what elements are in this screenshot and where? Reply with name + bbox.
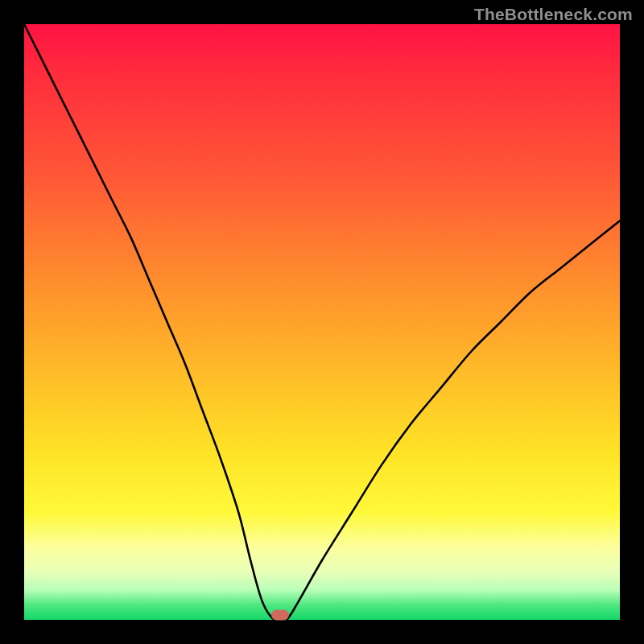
chart-frame: TheBottleneck.com: [0, 0, 644, 644]
bottleneck-curve-path: [24, 24, 620, 622]
curve-svg: [24, 24, 620, 620]
watermark-text: TheBottleneck.com: [474, 5, 633, 24]
plot-area: [24, 24, 620, 620]
optimum-marker: [271, 610, 289, 621]
